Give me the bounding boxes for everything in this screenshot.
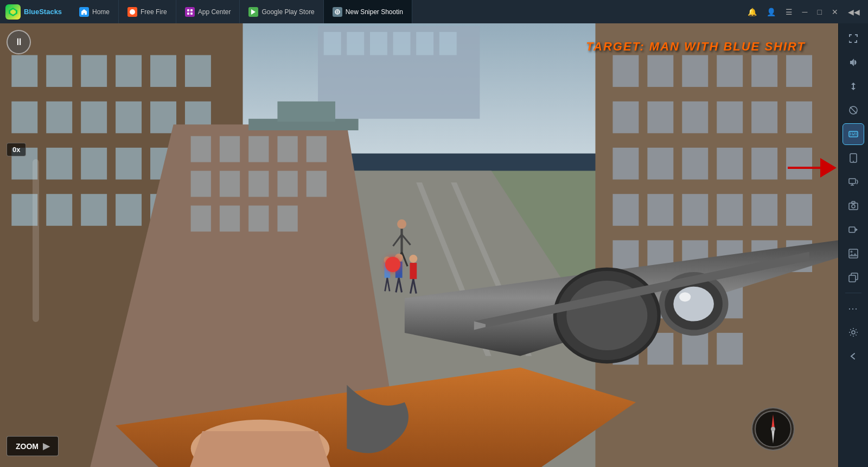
svg-rect-121 — [682, 333, 708, 365]
bluestacks-icon — [5, 4, 21, 20]
phone-button[interactable] — [843, 147, 864, 169]
game-scene — [0, 23, 838, 467]
svg-rect-24 — [324, 32, 341, 55]
svg-rect-26 — [370, 32, 387, 55]
svg-rect-109 — [612, 240, 639, 272]
svg-rect-63 — [81, 194, 107, 226]
svg-rect-160 — [849, 131, 858, 137]
sniper-tab-icon — [333, 7, 342, 17]
svg-rect-27 — [393, 32, 411, 55]
svg-rect-103 — [612, 194, 639, 226]
settings-button[interactable] — [843, 321, 864, 343]
collapse-sidebar-button[interactable]: ◀◀ — [845, 7, 863, 17]
user-profile[interactable]: 👤 — [764, 7, 778, 17]
freefire-tab-label: Free Fire — [141, 8, 167, 16]
svg-rect-6 — [190, 12, 193, 15]
game-viewport[interactable]: ⏸ 0x TARGET: MAN WITH BLUE SHIRT ZOOM ▶ — [0, 23, 838, 467]
svg-rect-94 — [717, 102, 743, 134]
minimize-button[interactable]: ─ — [800, 7, 810, 17]
sidebar-divider — [845, 293, 861, 293]
svg-rect-173 — [849, 203, 858, 210]
svg-rect-81 — [277, 206, 297, 232]
back-icon — [848, 351, 858, 361]
maximize-button[interactable]: □ — [815, 7, 825, 17]
arrow-line — [788, 167, 820, 169]
close-button[interactable]: ✕ — [829, 7, 841, 17]
copy-button[interactable] — [843, 267, 864, 288]
keyboard-arrow-indicator — [788, 158, 837, 178]
svg-rect-170 — [849, 179, 856, 184]
tab-home[interactable]: Home — [71, 0, 119, 23]
svg-rect-166 — [852, 135, 855, 136]
svg-rect-75 — [248, 171, 269, 197]
right-sidebar: ⋯ — [838, 23, 868, 467]
record-button[interactable] — [843, 219, 864, 241]
rotate-icon — [848, 81, 858, 91]
svg-marker-135 — [185, 431, 335, 467]
svg-rect-50 — [46, 102, 72, 134]
svg-point-174 — [852, 205, 855, 208]
svg-marker-177 — [856, 228, 858, 231]
svg-rect-90 — [786, 55, 812, 87]
svg-rect-3 — [187, 9, 189, 11]
volume-button[interactable] — [843, 52, 864, 73]
svg-rect-175 — [852, 201, 855, 204]
svg-rect-25 — [347, 32, 364, 55]
fullscreen-button[interactable] — [843, 28, 864, 49]
svg-rect-93 — [682, 102, 708, 134]
svg-rect-4 — [190, 9, 193, 11]
svg-rect-73 — [191, 171, 211, 197]
tab-appcenter[interactable]: App Center — [176, 0, 240, 23]
tab-playstore[interactable]: Google Play Store — [240, 0, 323, 23]
gallery-icon — [848, 249, 858, 258]
svg-point-130 — [679, 292, 691, 301]
svg-point-137 — [397, 219, 406, 229]
more-icon: ⋯ — [848, 302, 859, 314]
svg-rect-74 — [220, 171, 240, 197]
more-button[interactable]: ⋯ — [843, 298, 864, 319]
arrow-head — [820, 158, 837, 178]
screenshot-button[interactable] — [843, 195, 864, 217]
no-rotation-icon — [848, 105, 858, 115]
rotate-button[interactable] — [843, 75, 864, 97]
svg-rect-70 — [248, 136, 269, 162]
gallery-button[interactable] — [843, 243, 864, 264]
zoom-hud[interactable]: ZOOM ▶ — [7, 436, 59, 456]
zoom-label: ZOOM — [16, 442, 39, 451]
screenshot-icon — [848, 201, 858, 211]
svg-rect-165 — [850, 135, 851, 136]
svg-rect-28 — [416, 32, 433, 55]
svg-rect-76 — [277, 171, 297, 197]
compass — [751, 407, 795, 451]
tab-freefire[interactable]: Free Fire — [119, 0, 176, 23]
svg-rect-161 — [850, 133, 851, 134]
keyboard-button[interactable] — [843, 123, 864, 145]
no-rotation-button[interactable] — [843, 99, 864, 121]
back-button[interactable] — [843, 345, 864, 367]
playstore-tab-label: Google Play Store — [261, 8, 314, 16]
svg-rect-101 — [751, 148, 777, 180]
svg-rect-53 — [150, 102, 176, 134]
hamburger-menu[interactable]: ☰ — [783, 7, 795, 17]
freefire-tab-icon — [127, 7, 137, 17]
svg-rect-162 — [852, 133, 853, 134]
svg-line-159 — [850, 107, 857, 113]
svg-rect-71 — [277, 136, 297, 162]
svg-rect-106 — [717, 194, 743, 226]
svg-rect-78 — [191, 206, 211, 232]
playstore-tab-icon — [248, 7, 258, 17]
svg-rect-98 — [647, 148, 673, 180]
notification-bell[interactable]: 🔔 — [745, 7, 760, 17]
svg-rect-95 — [751, 102, 777, 134]
pause-button[interactable]: ⏸ — [7, 30, 31, 54]
tabs-container: Home Free Fire App Center Google Play St… — [71, 0, 739, 23]
scope-slider[interactable] — [33, 159, 39, 322]
svg-rect-86 — [647, 55, 673, 87]
svg-marker-7 — [251, 9, 256, 15]
cast-button[interactable] — [843, 171, 864, 193]
phone-icon — [849, 153, 858, 163]
bluestacks-logo: BlueStacks — [0, 4, 71, 20]
tab-sniper[interactable]: New Sniper Shootin — [324, 0, 412, 23]
svg-marker-180 — [849, 253, 858, 256]
svg-rect-56 — [46, 148, 72, 180]
